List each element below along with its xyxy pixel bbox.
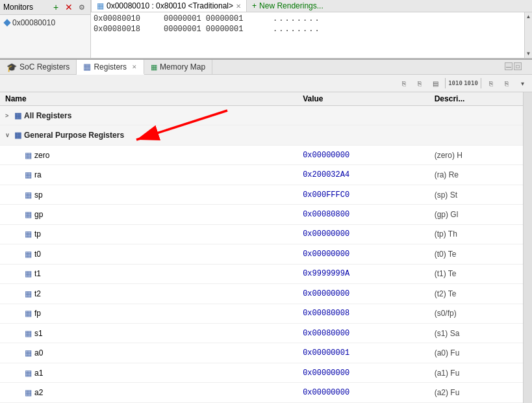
reg-table-body: >▦All Registers∨▦General Purpose Registe… [0,106,523,403]
new-renderings-tab[interactable]: + New Renderings... [247,0,329,12]
monitors-sidebar: Monitors + ✕ ⚙ 0x00080010 [0,0,91,58]
memory-tab-active[interactable]: ▦ 0x00080010 : 0x80010 <Traditional> ✕ [91,0,247,12]
reg-desc-fp: (s0/fp) [429,304,523,323]
toolbar-settings-icon[interactable]: ⎘ [500,76,514,90]
reg-row-icon-sp: ▦ [25,190,32,200]
memory-map-tab-label: Memory Map [160,62,205,72]
table-row[interactable]: ▦a20x00000000(a2) Fu [0,383,523,403]
expand-arrow-gpr[interactable]: ∨ [5,132,12,138]
reg-desc-t0: (t0) Te [429,244,523,264]
reg-value-ra: 0x200032A4 [298,165,429,185]
memory-scrollbar[interactable]: ▲ ▼ [524,12,532,58]
new-renderings-plus-icon: + [252,1,257,10]
reg-desc-sp: (sp) St [429,185,523,204]
toolbar-refresh-icon[interactable]: ⎘ [484,76,498,90]
table-row[interactable]: ▦gp0x00080800(gp) Gl [0,205,523,224]
toolbar-menu-icon[interactable]: ▾ [515,76,529,90]
reg-row-icon-zero: ▦ [25,151,32,160]
reg-row-name-a0: a0 [34,348,43,358]
memory-tab-close-icon[interactable]: ✕ [236,3,241,10]
table-row[interactable]: ▦a10x00000000(a1) Fu [0,363,523,382]
toolbar-dec-icon[interactable]: 1010 [464,76,478,90]
soc-tab-icon: 🎓 [6,62,17,72]
col-value-header[interactable]: Value [298,92,429,106]
table-row[interactable]: ▦t20x00000000(t2) Te [0,284,523,304]
expand-arrow-all[interactable]: > [5,112,12,119]
reg-name-cell-t1: ▦t1 [0,264,298,283]
table-row[interactable]: ▦ra0x200032A4(ra) Re [0,165,523,185]
reg-row-icon-t2: ▦ [25,289,32,298]
reg-row-icon-t1: ▦ [25,269,32,278]
reg-value-a2: 0x00000000 [298,383,429,403]
table-row[interactable]: ▦zero0x00000000(zero) H [0,145,523,164]
toolbar-hex-icon[interactable]: 1010 [448,76,462,90]
reg-name-cell-t0: ▦t0 [0,244,298,264]
maximize-icon[interactable]: □ [514,62,522,70]
table-row[interactable]: ∨▦General Purpose Registers [0,125,523,145]
new-renderings-label: New Renderings... [259,1,323,10]
tab-soc-registers[interactable]: 🎓 SoC Registers [0,60,77,74]
reg-value-t2: 0x00000000 [298,284,429,304]
table-row[interactable]: ▦tp0x00000000(tp) Th [0,224,523,244]
reg-row-icon-fp: ▦ [25,309,32,318]
toolbar-copy-icon[interactable]: ⎘ [397,76,411,90]
table-row[interactable]: >▦All Registers [0,106,523,125]
reg-value-sp: 0x000FFFC0 [298,185,429,204]
monitor-item[interactable]: 0x00080010 [2,17,88,29]
memory-tab-bar: ▦ 0x00080010 : 0x80010 <Traditional> ✕ +… [91,0,532,12]
soc-tab-label: SoC Registers [19,62,70,72]
table-row[interactable]: ▦t00x00000000(t0) Te [0,244,523,264]
tab-memory-map[interactable]: ▦ Memory Map [144,60,212,74]
toolbar-export-icon[interactable]: ⎘ [412,76,427,90]
reg-value-tp: 0x00000000 [298,224,429,244]
reg-desc-a2: (a2) Fu [429,383,523,403]
table-row[interactable]: ▦a00x00000001(a0) Fu [0,343,523,363]
reg-row-name-all: All Registers [24,111,71,120]
table-row[interactable]: ▦fp0x00080008(s0/fp) [0,304,523,323]
reg-desc-a1: (a1) Fu [429,363,523,382]
reg-tab-bar: 🎓 SoC Registers ▦ Registers ✕ ▦ Memory M… [0,60,532,75]
minimize-icon[interactable]: — [505,62,513,70]
tab-registers[interactable]: ▦ Registers ✕ [77,60,144,75]
reg-tab-close-icon[interactable]: ✕ [132,64,137,70]
reg-desc-s1: (s1) Sa [429,323,523,343]
reg-tab-label: Registers [94,62,127,72]
scroll-up-icon[interactable]: ▲ [525,12,532,21]
settings-monitor-icon[interactable]: ⚙ [77,2,87,12]
reg-toolbar: ⎘ ⎘ ▤ 1010 1010 ⎘ ⎘ ▾ [0,75,532,92]
reg-value-a0: 0x00000001 [298,343,429,363]
reg-row-name-gpr: General Purpose Registers [24,131,124,140]
reg-desc-t1: (t1) Te [429,264,523,283]
reg-name-cell-tp: ▦tp [0,224,298,244]
reg-row-name-zero: zero [34,151,49,160]
toolbar-sep-2 [481,78,481,88]
reg-row-icon-tp: ▦ [25,229,32,239]
add-monitor-icon[interactable]: + [51,2,61,12]
reg-row-icon-a0: ▦ [25,348,32,358]
table-row[interactable]: ▦t10x9999999A(t1) Te [0,264,523,283]
reg-row-name-t0: t0 [34,250,41,259]
reg-row-icon-all: ▦ [14,111,21,120]
table-row[interactable]: ▦s10x00080000(s1) Sa [0,323,523,343]
main-container: Monitors + ✕ ⚙ 0x00080010 ▦ 0x00080010 :… [0,0,532,403]
remove-monitor-icon[interactable]: ✕ [64,2,74,12]
reg-desc-all [429,106,523,125]
memory-row-0: 0x00080010 00000001 00000001 ........ [94,14,522,24]
reg-row-name-fp: fp [34,309,41,318]
reg-scrollbar[interactable] [523,92,532,403]
reg-desc-t2: (t2) Te [429,284,523,304]
reg-name-cell-all: >▦All Registers [0,106,298,125]
reg-row-name-a1: a1 [34,369,43,378]
col-desc-header[interactable]: Descri... [429,92,523,106]
reg-desc-gpr [429,125,523,145]
table-row[interactable]: ▦sp0x000FFFC0(sp) St [0,185,523,204]
col-name-header[interactable]: Name [0,92,298,106]
reg-desc-gp: (gp) Gl [429,205,523,224]
reg-value-s1: 0x00080000 [298,323,429,343]
reg-row-name-t1: t1 [34,269,41,278]
scroll-down-icon[interactable]: ▼ [525,49,532,58]
reg-value-a1: 0x00000000 [298,363,429,382]
reg-desc-ra: (ra) Re [429,165,523,185]
toolbar-columns-icon[interactable]: ▤ [428,76,442,90]
reg-tab-icon: ▦ [83,62,91,72]
